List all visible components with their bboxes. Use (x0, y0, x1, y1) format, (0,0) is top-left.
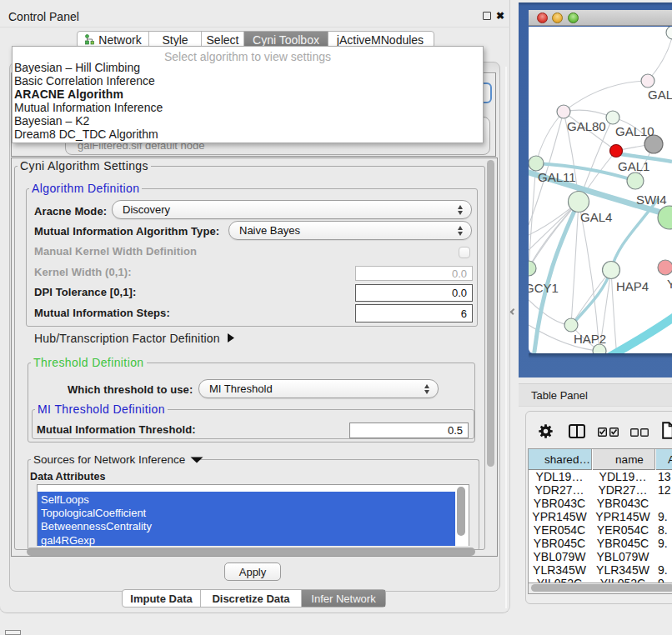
svg-text:GAL11: GAL11 (538, 170, 576, 184)
svg-text:GAL4: GAL4 (580, 210, 612, 224)
svg-text:GAL80: GAL80 (567, 119, 606, 133)
svg-text:GAL1: GAL1 (618, 159, 649, 173)
svg-text:Y: Y (667, 277, 672, 291)
svg-text:GAL7: GAL7 (648, 88, 672, 102)
svg-text:HAP4: HAP4 (616, 279, 649, 293)
svg-text:GAL10: GAL10 (615, 124, 654, 138)
svg-text:HAP2: HAP2 (574, 332, 606, 346)
svg-text:SWI4: SWI4 (636, 192, 667, 207)
svg-text:GCY1: GCY1 (529, 281, 559, 295)
